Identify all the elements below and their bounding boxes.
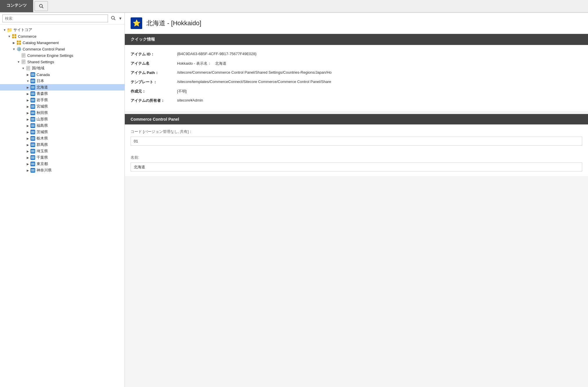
region-icon — [30, 117, 35, 122]
tree-label-kanagawa: 神奈川県 — [37, 168, 52, 173]
tree-toggle-kanagawa[interactable]: ▶ — [26, 169, 30, 172]
tree-item-akita[interactable]: ▶秋田県 — [0, 110, 125, 116]
svg-rect-9 — [19, 41, 21, 42]
tree-toggle-gunma[interactable]: ▶ — [26, 143, 30, 147]
tree-item-engine-settings[interactable]: Commerce Engine Settings — [0, 52, 125, 59]
region-icon — [30, 168, 35, 173]
tree-item-kanagawa[interactable]: ▶神奈川県 — [0, 167, 125, 173]
tree-toggle-aomori[interactable]: ▶ — [26, 92, 30, 95]
tree-toggle-shared-settings[interactable]: ▼ — [16, 60, 21, 64]
tree-label-gunma: 群馬県 — [37, 142, 48, 147]
tree-item-shared-settings[interactable]: ▼Shared Settings — [0, 59, 125, 65]
tree-item-fukushima[interactable]: ▶福島県 — [0, 122, 125, 129]
tree-item-countries-regions[interactable]: ▼国/地域 — [0, 65, 125, 71]
tree-toggle-yamagata[interactable]: ▶ — [26, 118, 30, 121]
folder-icon: 📁 — [7, 27, 12, 32]
tree-item-commerce[interactable]: ▼Commerce — [0, 33, 125, 39]
tree-toggle-iwate[interactable]: ▶ — [26, 99, 30, 102]
tree-label-control-panel: Commerce Control Panel — [23, 47, 65, 51]
region-icon — [30, 97, 35, 103]
tree-label-shared-settings: Shared Settings — [27, 60, 54, 64]
svg-rect-5 — [15, 34, 16, 36]
page-icon — [26, 66, 31, 71]
tree-toggle-saitama[interactable]: ▶ — [26, 150, 30, 153]
content-header: ⭐ 北海道 - [Hokkaido] — [125, 13, 588, 34]
tree-label-tokyo: 東京都 — [37, 161, 48, 167]
grid-icon — [16, 40, 21, 45]
tree-label-iwate: 岩手県 — [37, 97, 48, 103]
tree-toggle-countries-regions[interactable]: ▼ — [21, 67, 26, 70]
tree-toggle-ibaraki[interactable]: ▶ — [26, 131, 30, 134]
tab-content[interactable]: コンテンツ — [0, 0, 33, 12]
region-icon — [30, 129, 35, 135]
tree-label-japan: 日本 — [37, 78, 44, 84]
info-label: アイテム ID： — [131, 52, 177, 57]
svg-rect-4 — [12, 34, 14, 36]
main-layout: ▼ ▼📁サイトコア▼Commerce▶Catalog Management▼⚙️… — [0, 13, 588, 387]
search-input[interactable] — [2, 15, 108, 22]
tree-label-chiba: 千葉県 — [37, 155, 48, 160]
region-icon — [30, 142, 35, 147]
svg-line-1 — [42, 7, 43, 8]
tree-item-miyagi[interactable]: ▶宮城県 — [0, 103, 125, 110]
page-icon — [21, 59, 26, 64]
name-input[interactable] — [131, 162, 582, 171]
info-row: アイテムの所有者：sitecore¥Admin — [131, 96, 582, 105]
info-value: [不明] — [177, 89, 187, 94]
tree-toggle-hokkaido[interactable]: ▶ — [26, 86, 30, 89]
region-icon — [30, 161, 35, 167]
tree-item-hokkaido[interactable]: ▶北海道 — [0, 84, 125, 91]
tree-item-aomori[interactable]: ▶青森県 — [0, 91, 125, 97]
code-input[interactable] — [131, 137, 582, 146]
tree-container: ▼📁サイトコア▼Commerce▶Catalog Management▼⚙️Co… — [0, 24, 125, 387]
tree-label-commerce: Commerce — [18, 34, 37, 39]
info-label: アイテムの所有者： — [131, 98, 177, 103]
tree-toggle-fukushima[interactable]: ▶ — [26, 124, 30, 127]
tree-item-yamagata[interactable]: ▶山形県 — [0, 116, 125, 122]
tree-toggle-catalog[interactable]: ▶ — [12, 41, 16, 44]
name-field-group: 名前: — [125, 150, 588, 176]
tree-toggle-canada[interactable]: ▶ — [26, 73, 30, 76]
tree-toggle-tochigi[interactable]: ▶ — [26, 137, 30, 140]
search-icon — [39, 4, 44, 8]
tree-label-sitecore: サイトコア — [13, 27, 32, 32]
tree-item-tochigi[interactable]: ▶栃木県 — [0, 135, 125, 142]
info-value: Hokkaido - 表示名： 北海道 — [177, 61, 226, 66]
tree-toggle-japan[interactable]: ▼ — [26, 79, 30, 83]
tree-item-control-panel[interactable]: ▼⚙️Commerce Control Panel — [0, 46, 125, 52]
info-label: アイテム名 — [131, 61, 177, 66]
tree-item-sitecore[interactable]: ▼📁サイトコア — [0, 27, 125, 33]
tree-toggle-chiba[interactable]: ▶ — [26, 156, 30, 159]
tree-item-ibaraki[interactable]: ▶茨城県 — [0, 129, 125, 135]
gear-icon: ⚙️ — [16, 46, 21, 52]
tree-toggle-control-panel[interactable]: ▼ — [12, 48, 16, 51]
tree-toggle-tokyo[interactable]: ▶ — [26, 162, 30, 166]
tree-toggle-miyagi[interactable]: ▶ — [26, 105, 30, 108]
page-icon — [21, 53, 26, 58]
search-button[interactable] — [110, 15, 117, 22]
search-dropdown-button[interactable]: ▼ — [118, 16, 122, 21]
tree-item-iwate[interactable]: ▶岩手県 — [0, 97, 125, 103]
tree-item-catalog[interactable]: ▶Catalog Management — [0, 39, 125, 46]
tree-item-canada[interactable]: ▶Canada — [0, 71, 125, 78]
svg-rect-11 — [19, 43, 21, 45]
svg-line-3 — [114, 19, 115, 20]
tree-toggle-commerce[interactable]: ▼ — [7, 35, 12, 38]
tab-search-button[interactable] — [35, 1, 48, 11]
quick-info-section: クイック情報 アイテム ID：{B4C9DA63-6B5F-4CFF-9B17-… — [125, 34, 588, 111]
info-value: sitecore¥Admin — [177, 98, 203, 102]
tree-toggle-akita[interactable]: ▶ — [26, 111, 30, 115]
tree-toggle-sitecore[interactable]: ▼ — [2, 28, 7, 32]
tree-item-japan[interactable]: ▼日本 — [0, 78, 125, 84]
quick-info-body: アイテム ID：{B4C9DA63-6B5F-4CFF-9B17-75677F4… — [125, 45, 588, 111]
name-field-label: 名前: — [131, 155, 582, 160]
tree-item-gunma[interactable]: ▶群馬県 — [0, 142, 125, 148]
region-icon — [30, 136, 35, 141]
svg-rect-10 — [17, 43, 19, 45]
content-title: 北海道 - [Hokkaido] — [146, 19, 201, 28]
code-field-group: コード [バージョン管理なし, 共有]： — [125, 124, 588, 150]
tree-label-ibaraki: 茨城県 — [37, 129, 48, 135]
tree-item-saitama[interactable]: ▶埼玉県 — [0, 148, 125, 154]
tree-item-chiba[interactable]: ▶千葉県 — [0, 154, 125, 161]
tree-item-tokyo[interactable]: ▶東京都 — [0, 161, 125, 167]
